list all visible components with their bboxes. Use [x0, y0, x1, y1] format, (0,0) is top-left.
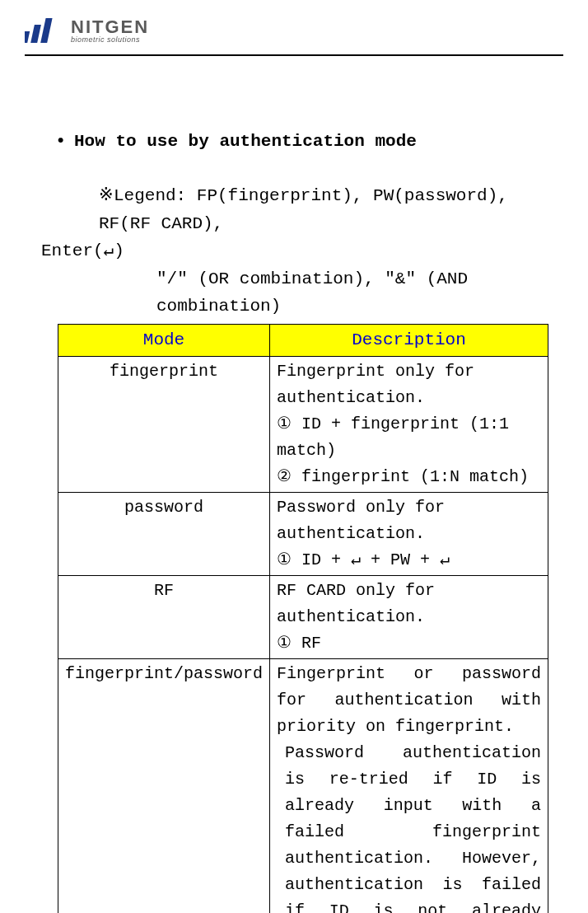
svg-rect-2	[40, 18, 52, 43]
desc-line: ① ID + ↵ + PW + ↵	[277, 547, 541, 574]
desc-line: Fingerprint or password for authenticati…	[277, 661, 541, 740]
section-heading: • How to use by authentication mode	[58, 130, 548, 151]
logo-header: NITGEN biometric solutions	[25, 16, 563, 54]
heading-text: How to use by authentication mode	[74, 132, 417, 151]
svg-rect-1	[30, 25, 41, 43]
desc-line: Fingerprint only for authentication.	[277, 358, 541, 411]
cell-mode: RF	[58, 575, 270, 658]
logo-text: NITGEN biometric solutions	[71, 18, 149, 44]
table-row: fingerprint Fingerprint only for authent…	[58, 356, 548, 492]
table-row: fingerprint/password Fingerprint or pass…	[58, 658, 548, 913]
legend-line1a: Legend: FP(fingerprint), PW(password), R…	[99, 186, 508, 233]
logo-main: NITGEN	[71, 18, 149, 36]
table-row: password Password only for authenticatio…	[58, 492, 548, 575]
svg-rect-0	[25, 31, 30, 43]
cell-mode: fingerprint/password	[58, 658, 270, 913]
th-desc: Description	[270, 324, 548, 356]
cell-desc: RF CARD only for authentication. ① RF	[270, 575, 548, 658]
table-header-row: Mode Description	[58, 324, 548, 356]
legend-mark: ※	[99, 186, 114, 205]
desc-line: Password authentication is re-tried if I…	[277, 740, 541, 913]
legend-block: ※Legend: FP(fingerprint), PW(password), …	[58, 182, 548, 321]
desc-line: ① ID + fingerprint (1:1 match)	[277, 411, 541, 464]
cell-desc: Password only for authentication. ① ID +…	[270, 492, 548, 575]
logo-icon	[25, 16, 64, 44]
th-mode: Mode	[58, 324, 270, 356]
desc-line: ① RF	[277, 630, 541, 657]
logo-sub: biometric solutions	[71, 36, 149, 44]
header-divider	[25, 54, 563, 56]
cell-desc: Fingerprint only for authentication. ① I…	[270, 356, 548, 492]
auth-mode-table: Mode Description fingerprint Fingerprint…	[58, 324, 548, 913]
cell-mode: fingerprint	[58, 356, 270, 492]
legend-line2: "/" (OR combination), "&" (AND combinati…	[58, 265, 548, 321]
table-row: RF RF CARD only for authentication. ① RF	[58, 575, 548, 658]
desc-line: RF CARD only for authentication.	[277, 578, 541, 630]
desc-line: ② fingerprint (1:N match)	[277, 464, 541, 490]
legend-line1b: Enter(↵)	[41, 237, 548, 265]
desc-line: Password only for authentication.	[277, 494, 541, 547]
cell-mode: password	[58, 492, 270, 575]
heading-bullet: •	[58, 130, 63, 149]
cell-desc: Fingerprint or password for authenticati…	[270, 658, 548, 913]
